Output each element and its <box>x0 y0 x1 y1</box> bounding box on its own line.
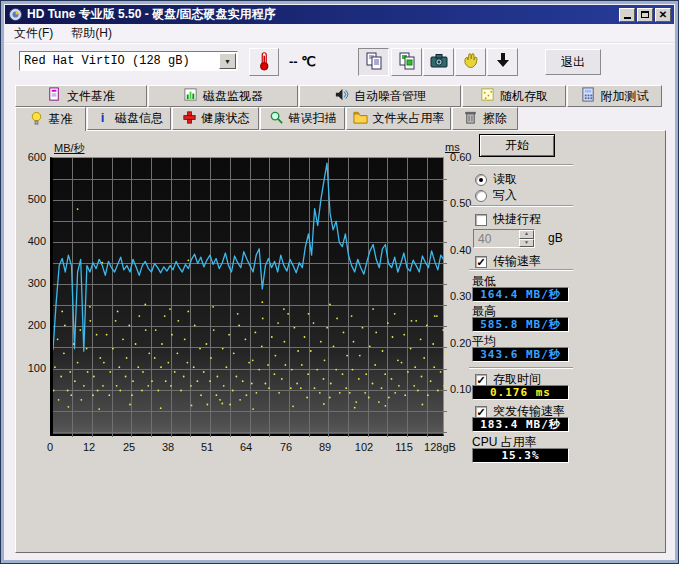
x-tick: 76 <box>280 441 292 453</box>
title-bar[interactable]: HD Tune 专业版 5.50 - 硬盘/固态硬盘实用程序 ✕ <box>5 5 674 24</box>
y-left-tick: 500 <box>18 193 46 205</box>
toolbar: Red Hat VirtIO (128 gB) ▼ -- ℃ 退出 <box>5 43 674 83</box>
short-stroke-checkbox[interactable]: 快捷行程 <box>475 211 541 228</box>
separator <box>469 269 573 271</box>
folder-usage-icon <box>353 110 368 128</box>
stepper-up-icon[interactable]: ▲ <box>519 230 534 239</box>
transfer-rate-checkbox[interactable]: ✓ 传输速率 <box>475 253 541 270</box>
tab-label: 附加测试 <box>601 88 649 105</box>
save-button[interactable] <box>487 48 518 76</box>
copy-image-button[interactable] <box>391 48 422 76</box>
tab-bottom-3[interactable]: 健康状态 <box>172 107 259 130</box>
tab-top-3[interactable]: 自动噪音管理 <box>299 85 461 107</box>
file-benchmark-icon <box>47 87 62 105</box>
window-title: HD Tune 专业版 5.50 - 硬盘/固态硬盘实用程序 <box>27 6 619 23</box>
erase-trash-icon <box>463 110 478 128</box>
tab-top-2[interactable]: 磁盘监视器 <box>148 85 298 107</box>
tab-bottom-1[interactable]: 基准 <box>15 107 86 131</box>
write-mode-radio[interactable]: 写入 <box>475 187 517 204</box>
drive-selector[interactable]: Red Hat VirtIO (128 gB) ▼ <box>19 51 238 71</box>
save-arrow-icon <box>493 51 513 74</box>
tab-top-4[interactable]: 随机存取 <box>462 85 566 107</box>
tab-bottom-4[interactable]: 错误扫描 <box>260 107 345 130</box>
y-left-tick: 300 <box>18 277 46 289</box>
tab-label: 基准 <box>49 111 73 128</box>
temperature-button[interactable] <box>249 48 279 76</box>
separator <box>469 164 573 166</box>
benchmark-chart-canvas <box>53 158 447 437</box>
minimize-icon <box>624 17 631 19</box>
menu-file[interactable]: 文件(F) <box>5 23 62 44</box>
x-tick: 38 <box>162 441 174 453</box>
tab-bottom-5[interactable]: 文件夹占用率 <box>346 107 451 130</box>
tab-label: 文件基准 <box>67 88 115 105</box>
write-mode-label: 写入 <box>493 187 517 204</box>
separator <box>469 367 573 369</box>
stepper-down-icon[interactable]: ▼ <box>519 239 534 248</box>
menu-help[interactable]: 帮助(H) <box>62 23 121 44</box>
app-window: HD Tune 专业版 5.50 - 硬盘/固态硬盘实用程序 ✕ 文件(F) 帮… <box>0 0 679 564</box>
y-left-tick: 600 <box>18 151 46 163</box>
health-icon <box>182 110 197 128</box>
cpu-usage-display: 15.3% <box>472 448 569 463</box>
aam-speaker-icon <box>334 87 349 105</box>
close-button[interactable]: ✕ <box>655 8 671 22</box>
short-stroke-unit-label: gB <box>548 231 563 245</box>
screenshot-button[interactable] <box>423 48 454 76</box>
tab-bottom-2[interactable]: i磁盘信息 <box>87 107 171 130</box>
donate-hand-icon <box>461 51 481 74</box>
minimize-button[interactable] <box>619 8 635 22</box>
burst-rate-display: 183.4 MB/秒 <box>472 417 569 432</box>
tab-top-1[interactable]: 文件基准 <box>15 85 147 107</box>
window-controls: ✕ <box>619 8 671 22</box>
transfer-rate-label: 传输速率 <box>493 253 541 270</box>
checkbox-checked-icon: ✓ <box>475 256 487 268</box>
y-right-tick: 0.40 <box>450 244 471 256</box>
x-tick: 0 <box>47 441 53 453</box>
copy-text-button[interactable] <box>358 48 389 76</box>
maximize-icon <box>641 11 649 18</box>
random-access-icon <box>480 87 495 105</box>
tab-label: 擦除 <box>483 110 507 127</box>
tab-strip-bottom: 基准i磁盘信息健康状态错误扫描文件夹占用率擦除 <box>15 107 666 130</box>
read-mode-radio[interactable]: 读取 <box>475 171 517 188</box>
y-left-tick: 100 <box>18 362 46 374</box>
tab-label: 磁盘监视器 <box>203 88 263 105</box>
stepper-buttons[interactable]: ▲▼ <box>519 230 534 247</box>
svg-text:i: i <box>101 110 105 125</box>
y-right-tick: 0.50 <box>450 197 471 209</box>
temperature-value: -- <box>289 54 298 69</box>
temperature-readout: -- ℃ <box>289 54 316 69</box>
x-tick: 12 <box>83 441 95 453</box>
benchmark-tab-page: MB/秒 ms 6005004003002001000.600.500.400.… <box>15 130 666 553</box>
drive-selector-value: Red Hat VirtIO (128 gB) <box>20 54 219 68</box>
tab-bottom-6[interactable]: 擦除 <box>452 107 518 130</box>
tab-label: 健康状态 <box>202 110 250 127</box>
x-tick: 115 <box>395 441 413 453</box>
extra-tests-icon <box>581 87 596 105</box>
app-icon <box>8 7 23 22</box>
min-transfer-rate-display: 164.4 MB/秒 <box>472 287 569 302</box>
thermometer-icon <box>254 51 274 74</box>
x-tick: 89 <box>319 441 331 453</box>
close-icon: ✕ <box>659 10 667 20</box>
temperature-unit: ℃ <box>301 54 316 69</box>
chevron-down-icon[interactable]: ▼ <box>219 53 236 69</box>
read-mode-label: 读取 <box>493 171 517 188</box>
y-left-tick: 400 <box>18 235 46 247</box>
x-tick: 25 <box>123 441 135 453</box>
tab-label: 随机存取 <box>500 88 548 105</box>
short-stroke-label: 快捷行程 <box>493 211 541 228</box>
short-stroke-size-stepper[interactable]: 40 ▲▼ <box>473 229 535 248</box>
y-right-tick: 0.30 <box>450 290 471 302</box>
tab-label: 磁盘信息 <box>115 110 163 127</box>
donate-button[interactable] <box>455 48 486 76</box>
x-tick: 128gB <box>424 441 456 453</box>
exit-button[interactable]: 退出 <box>545 49 601 75</box>
y-right-tick: 0.20 <box>450 337 471 349</box>
start-button[interactable]: 开始 <box>479 134 555 157</box>
disk-info-icon: i <box>95 110 110 128</box>
checkbox-checked-icon: ✓ <box>475 374 487 386</box>
maximize-button[interactable] <box>637 8 653 22</box>
tab-top-5[interactable]: 附加测试 <box>567 85 662 107</box>
